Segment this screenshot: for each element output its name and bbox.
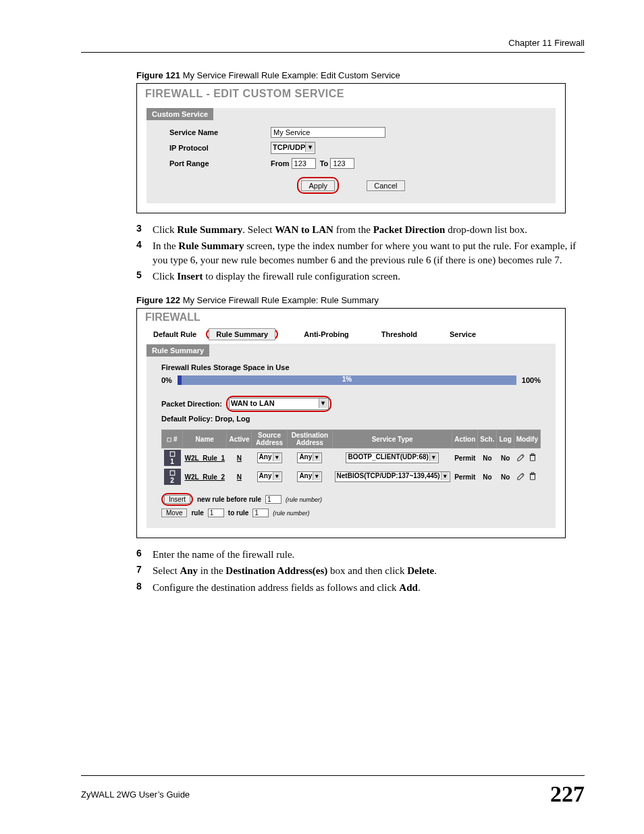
step-num-8: 8 [136, 581, 153, 594]
rule-number-note-1: (rule number) [286, 496, 322, 503]
fig122-title: FIREWALL [137, 309, 565, 329]
row-active[interactable]: N [237, 473, 242, 481]
col-name: Name [183, 430, 227, 448]
cancel-button[interactable]: Cancel [367, 180, 404, 191]
ip-protocol-select[interactable]: TCP/UDP [271, 142, 315, 154]
insert-rule-input[interactable] [265, 495, 281, 504]
row-src-select[interactable]: Any [257, 471, 282, 482]
tab-threshold[interactable]: Threshold [375, 329, 424, 340]
step-num-4: 4 [136, 239, 153, 267]
move-text-2: to rule [228, 509, 249, 517]
fig122-window: FIREWALL Default Rule Rule Summary Anti-… [136, 308, 566, 538]
fig121-caption: Figure 121 My Service Firewall Rule Exam… [136, 70, 585, 80]
row-sch: No [478, 467, 497, 486]
storage-label: Firewall Rules Storage Space in Use [161, 363, 541, 371]
delete-icon[interactable] [528, 471, 537, 481]
row-index: ☐ 1 [164, 450, 181, 466]
insert-text: new rule before rule [197, 496, 261, 503]
fig122-caption-text: My Service Firewall Rule Example: Rule S… [180, 295, 379, 305]
table-row: ☐ 2 W2L_Rule_2 N Any Any NetBIOS(TCP/UDP… [162, 467, 541, 486]
row-index: ☐ 2 [164, 469, 181, 485]
apply-highlight: Apply [297, 177, 339, 194]
step-text-5: Click Insert to display the firewall rul… [153, 269, 585, 283]
col-src: Source Address [252, 430, 287, 448]
custom-service-panel: Custom Service Service Name IP Protocol … [146, 108, 556, 203]
step-text-6: Enter the name of the firewall rule. [153, 548, 585, 561]
move-text-1: rule [191, 509, 203, 517]
rule-table: ☐ # Name Active Source Address Destinati… [161, 429, 541, 486]
header-rule [81, 52, 585, 53]
edit-icon[interactable] [516, 471, 526, 481]
label-to: To [320, 159, 329, 167]
fig122-caption: Figure 122 My Service Firewall Rule Exam… [136, 295, 585, 305]
row-log: No [497, 448, 514, 468]
label-ip-protocol: IP Protocol [169, 144, 271, 152]
delete-icon[interactable] [528, 452, 537, 462]
fig121-caption-text: My Service Firewall Rule Example: Edit C… [180, 70, 400, 80]
step-text-7: Select Any in the Destination Address(es… [153, 564, 585, 577]
row-name-link[interactable]: W2L_Rule_1 [185, 454, 225, 462]
row-dst-select[interactable]: Any [297, 452, 322, 463]
row-name-link[interactable]: W2L_Rule_2 [185, 473, 225, 481]
move-from-input[interactable] [208, 509, 224, 517]
col-action: Action [452, 430, 478, 448]
label-from: From [271, 159, 290, 167]
col-svc: Service Type [333, 430, 452, 448]
tab-default-rule[interactable]: Default Rule [146, 329, 203, 340]
rule-number-note-2: (rule number) [273, 510, 309, 517]
packet-direction-highlight: WAN to LAN [226, 396, 331, 412]
step-num-5: 5 [136, 269, 153, 283]
fig122-caption-num: Figure 122 [136, 295, 180, 305]
tab-anti-probing[interactable]: Anti-Probing [297, 329, 356, 340]
fig121-caption-num: Figure 121 [136, 70, 180, 80]
apply-button[interactable]: Apply [301, 180, 335, 191]
col-num: ☐ # [162, 430, 183, 448]
port-from-input[interactable] [292, 158, 316, 169]
row-src-select[interactable]: Any [257, 452, 282, 463]
table-row: ☐ 1 W2L_Rule_1 N Any Any BOOTP_CLIENT(UD… [162, 448, 541, 468]
fig121-window: FIREWALL - EDIT CUSTOM SERVICE Custom Se… [136, 83, 566, 213]
step-num-3: 3 [136, 223, 153, 236]
fig121-title: FIREWALL - EDIT CUSTOM SERVICE [137, 84, 565, 108]
rule-summary-highlight: Rule Summary [206, 329, 278, 340]
insert-highlight: Insert [161, 493, 193, 506]
insert-button[interactable]: Insert [164, 495, 190, 504]
step-num-6: 6 [136, 548, 153, 561]
panel-head-custom-service: Custom Service [146, 108, 213, 120]
packet-direction-select[interactable]: WAN to LAN [229, 398, 329, 410]
packet-direction-label: Packet Direction: [161, 400, 222, 408]
storage-bar: 1% [178, 375, 516, 385]
instructions-block-a: 3 Click Rule Summary. Select WAN to LAN … [136, 223, 585, 283]
percent-left: 0% [161, 376, 172, 384]
instructions-block-b: 6 Enter the name of the firewall rule. 7… [136, 548, 585, 594]
service-name-input[interactable] [271, 127, 385, 138]
percent-mid: 1% [342, 375, 352, 383]
col-modify: Modify [514, 430, 540, 448]
footer-guide: ZyWALL 2WG User’s Guide [81, 789, 190, 800]
footer-page: 227 [550, 781, 585, 807]
label-port-range: Port Range [169, 159, 271, 167]
row-sch: No [478, 448, 497, 468]
row-action: Permit [452, 448, 478, 468]
tab-rule-summary[interactable]: Rule Summary [209, 328, 275, 340]
storage-bar-fill [178, 375, 182, 385]
port-to-input[interactable] [330, 158, 354, 169]
col-active: Active [227, 430, 252, 448]
row-svc-select[interactable]: BOOTP_CLIENT(UDP:68) [346, 452, 438, 463]
row-dst-select[interactable]: Any [297, 471, 322, 482]
label-service-name: Service Name [169, 128, 271, 136]
move-to-input[interactable] [252, 509, 269, 517]
tab-service[interactable]: Service [443, 329, 483, 340]
col-sch: Sch. [478, 430, 497, 448]
edit-icon[interactable] [516, 452, 526, 462]
row-svc-select[interactable]: NetBIOS(TCP/UDP:137~139,445) [335, 471, 450, 482]
rule-summary-panel: Rule Summary Firewall Rules Storage Spac… [146, 344, 556, 528]
step-text-8: Configure the destination address fields… [153, 581, 585, 594]
chapter-header: Chapter 11 Firewall [81, 38, 585, 48]
move-button[interactable]: Move [161, 509, 187, 517]
row-active[interactable]: N [237, 454, 242, 462]
col-log: Log [497, 430, 514, 448]
panel-head-rule-summary: Rule Summary [146, 344, 209, 357]
step-num-7: 7 [136, 564, 153, 577]
page-footer: ZyWALL 2WG User’s Guide 227 [81, 775, 585, 807]
